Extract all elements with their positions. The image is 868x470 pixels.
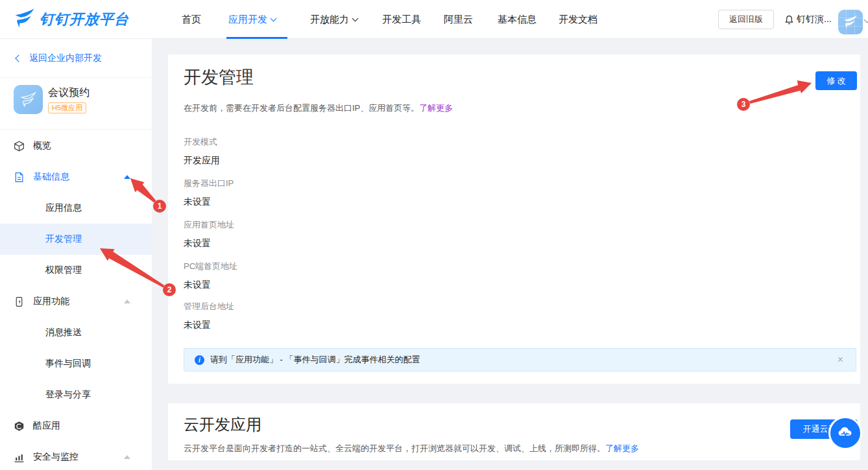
back-to-old-version-button[interactable]: 返回旧版 [718,10,774,29]
app-type-badge: H5微应用 [48,102,86,113]
sidebar-item-label: 酷应用 [33,420,60,432]
nav-item-label: 阿里云 [444,14,473,26]
brand-logo-text: 钉钉开放平台 [40,10,129,29]
nav-item-aliyun[interactable]: 阿里云 [444,0,473,39]
sidebar-item-events-callbacks[interactable]: 事件与回调 [0,348,152,379]
chevron-down-icon[interactable] [864,17,868,23]
document-icon [14,172,25,183]
nav-item-label: 首页 [182,14,201,26]
sidebar-item-app-features[interactable]: 应用功能 [0,286,152,317]
dingtalk-wing-icon [14,8,35,31]
user-account-menu[interactable]: 钉钉演... [784,0,832,39]
cloud-description-text: 云开发平台是面向开发者打造的一站式、全云端的开发平台，打开浏览器就可以开发、调试… [184,443,605,453]
app-icon [14,85,43,114]
nav-item-home[interactable]: 首页 [182,0,201,39]
annotation-step-badge-3: 3 [737,98,750,111]
sidebar-item-label: 安全与监控 [33,451,78,463]
sidebar-item-overview[interactable]: 概览 [0,130,152,161]
field-value: 开发应用 [184,154,220,166]
wing-glyph [843,15,858,29]
chevron-down-icon [271,15,277,21]
field-value: 未设置 [184,196,234,207]
sidebar-item-login-share[interactable]: 登录与分享 [0,379,152,410]
collapse-arrow-icon[interactable] [124,455,130,459]
collapse-arrow-icon[interactable] [124,175,130,179]
chevron-down-icon [352,15,359,21]
user-name: 钉钉演... [797,14,832,25]
nav-item-label: 基本信息 [498,14,536,26]
nav-item-app-dev[interactable]: 应用开发 [228,0,276,39]
learn-more-link[interactable]: 了解更多 [419,103,453,113]
cloud-section-description: 云开发平台是面向开发者打造的一站式、全云端的开发平台，打开浏览器就可以开发、调试… [184,443,639,454]
page-title: 开发管理 [184,65,254,89]
cloud-monitor-float-icon[interactable] [828,416,862,450]
field-value: 未设置 [184,319,234,331]
sidebar-item-message-push[interactable]: 消息推送 [0,317,152,348]
nav-item-label: 应用开发 [228,14,267,26]
sidebar-menu: 概览 基础信息 应用信息 开发管理 权限管理 [0,130,152,470]
modify-button[interactable]: 修 改 [815,71,857,90]
bell-icon [784,15,794,25]
field-admin-backend-url: 管理后台地址 未设置 [184,301,234,331]
field-label: 开发模式 [184,137,220,147]
back-to-internal-dev-link[interactable]: 返回企业内部开发 [0,39,152,78]
field-value: 未设置 [184,237,234,249]
learn-more-link[interactable]: 了解更多 [605,443,639,453]
chevron-left-icon [15,54,22,62]
app-summary-card: 会议预约 H5微应用 [0,78,152,130]
nav-item-open-capability[interactable]: 开放能力 [310,0,357,39]
field-label: 应用首页地址 [184,220,234,230]
sidebar-item-permission-management[interactable]: 权限管理 [0,255,152,286]
nav-item-label: 开发文档 [559,14,597,26]
nav-item-dev-tools[interactable]: 开发工具 [382,0,421,39]
bar-chart-icon [14,452,25,463]
sidebar-item-basic-info[interactable]: 基础信息 [0,161,152,193]
field-app-home-url: 应用首页地址 未设置 [184,220,234,249]
sidebar-item-app-info[interactable]: 应用信息 [0,193,152,224]
cube-icon [14,141,25,152]
field-label: 管理后台地址 [184,301,234,312]
dev-management-panel: 开发管理 在开发前，需要在开发者后台配置服务器出口IP、应用首页等。了解更多 修… [168,54,860,384]
avatar[interactable] [838,10,863,34]
cool-app-icon [14,421,25,432]
sidebar-item-label: 应用信息 [45,202,82,214]
sidebar-item-label: 概览 [33,140,51,152]
sidebar-item-label: 基础信息 [33,171,69,183]
sidebar-item-label: 权限管理 [45,264,82,276]
info-banner-text: 请到「应用功能」 - 「事件与回调」完成事件相关的配置 [210,354,420,366]
top-navbar: 钉钉开放平台 首页 应用开发 开放能力 开发工具 阿里云 基本信息 开发文档 返… [0,0,868,39]
back-link-label: 返回企业内部开发 [29,53,102,64]
field-label: 服务器出口IP [184,178,234,189]
sidebar-item-label: 应用功能 [33,296,69,307]
sidebar-item-security-monitoring[interactable]: 安全与监控 [0,441,152,470]
info-banner: i 请到「应用功能」 - 「事件与回调」完成事件相关的配置 × [184,348,856,371]
cloud-dev-panel: 云开发应用 云开发平台是面向开发者打造的一站式、全云端的开发平台，打开浏览器就可… [168,403,860,460]
cloud-section-title: 云开发应用 [184,414,261,435]
nav-item-label: 开发工具 [382,14,421,26]
collapse-arrow-icon[interactable] [124,300,130,303]
field-server-outbound-ip: 服务器出口IP 未设置 [184,178,234,207]
annotation-step-badge-1: 1 [153,200,166,213]
app-name: 会议预约 [48,86,90,100]
info-icon: i [195,355,204,365]
sidebar: 返回企业内部开发 会议预约 H5微应用 概览 [0,39,152,470]
field-dev-mode: 开发模式 开发应用 [184,137,220,166]
sidebar-item-dev-management[interactable]: 开发管理 [0,224,152,255]
sidebar-item-label: 事件与回调 [45,358,91,370]
field-label: PC端首页地址 [184,261,237,272]
sidebar-item-label: 消息推送 [45,327,82,338]
close-icon[interactable]: × [836,355,845,365]
page-description: 在开发前，需要在开发者后台配置服务器出口IP、应用首页等。了解更多 [184,102,453,114]
field-value: 未设置 [184,279,237,290]
field-pc-home-url: PC端首页地址 未设置 [184,261,237,290]
page-description-text: 在开发前，需要在开发者后台配置服务器出口IP、应用首页等。 [184,103,419,113]
annotation-step-badge-2: 2 [163,283,176,296]
sidebar-item-cool-app[interactable]: 酷应用 [0,410,152,441]
nav-item-dev-docs[interactable]: 开发文档 [559,0,597,39]
nav-item-basic-info[interactable]: 基本信息 [498,0,536,39]
sidebar-item-label: 登录与分享 [45,389,91,401]
nav-item-label: 开放能力 [310,14,349,26]
phone-icon [14,296,25,307]
sidebar-item-label: 开发管理 [45,233,82,245]
brand-logo[interactable]: 钉钉开放平台 [14,8,129,30]
